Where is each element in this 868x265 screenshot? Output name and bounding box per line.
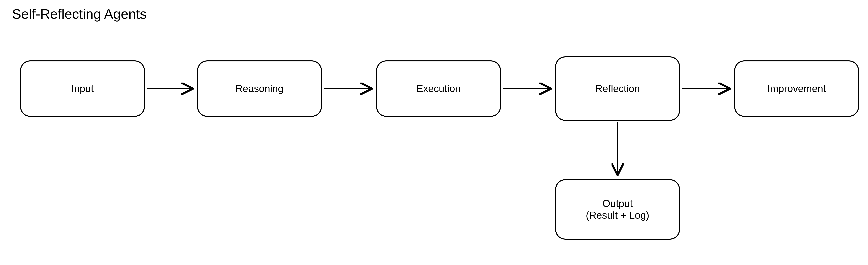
node-reflection: Reflection [555, 56, 680, 121]
node-reflection-label: Reflection [595, 83, 640, 94]
node-reasoning-label: Reasoning [235, 83, 283, 94]
node-improvement: Improvement [734, 60, 859, 117]
node-output-content: Output (Result + Log) [586, 198, 649, 221]
node-execution: Execution [376, 60, 501, 117]
node-output: Output (Result + Log) [555, 179, 680, 240]
node-execution-label: Execution [416, 83, 461, 94]
flow-diagram: Input Reasoning Execution Reflection Imp… [0, 0, 868, 265]
node-output-line1: Output [586, 198, 649, 209]
arrows-layer [0, 0, 868, 265]
node-input-label: Input [71, 83, 94, 94]
node-output-line2: (Result + Log) [586, 209, 649, 221]
node-improvement-label: Improvement [767, 83, 826, 94]
node-input: Input [20, 60, 145, 117]
node-reasoning: Reasoning [197, 60, 322, 117]
